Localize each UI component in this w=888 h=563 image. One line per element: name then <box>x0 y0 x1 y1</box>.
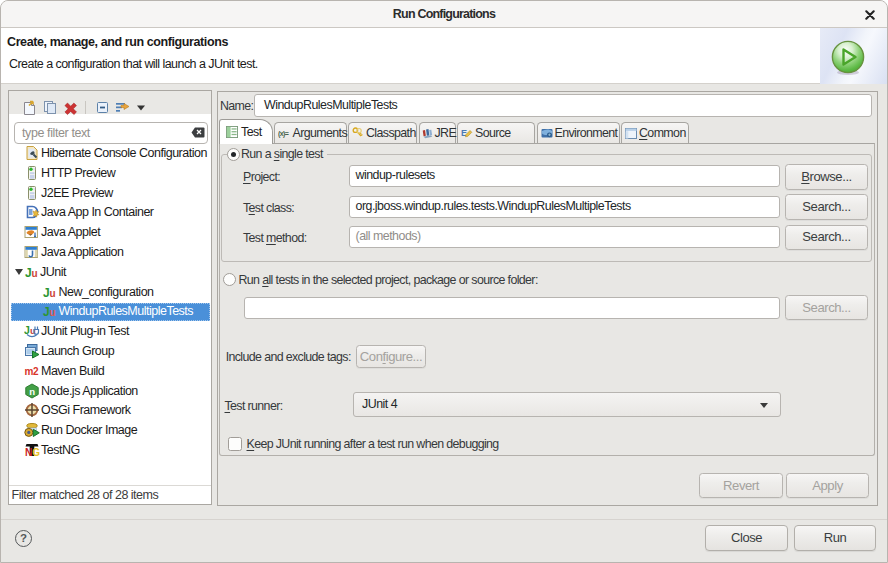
svg-text:N: N <box>25 447 32 458</box>
svg-text:u: u <box>49 287 55 298</box>
svg-text:J: J <box>43 285 49 299</box>
svg-text:m2: m2 <box>25 366 39 377</box>
svg-text:u: u <box>32 267 38 278</box>
svg-text:J: J <box>25 265 31 279</box>
svg-text:(x)=: (x)= <box>278 130 289 138</box>
svg-text:n: n <box>29 385 35 396</box>
svg-text:G: G <box>32 447 40 458</box>
svg-text:J: J <box>43 305 49 319</box>
svg-text:u: u <box>49 307 55 318</box>
